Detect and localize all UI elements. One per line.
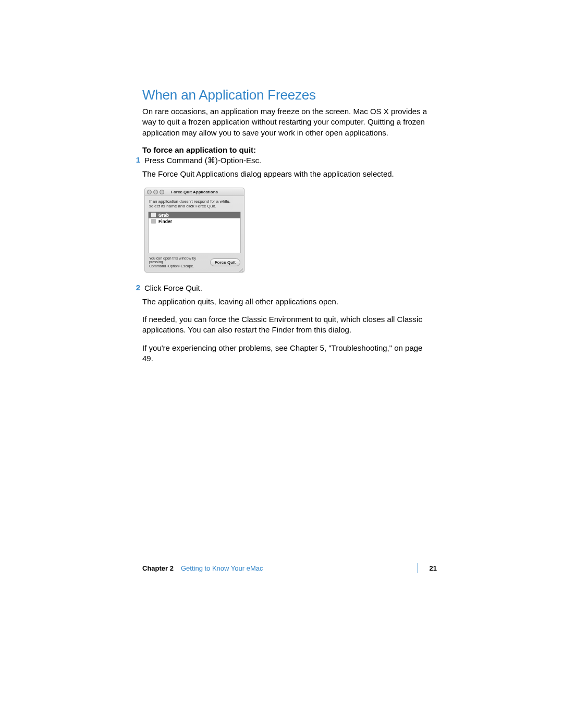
app-name: Finder [158,219,172,224]
dialog-instruction: If an application doesn't respond for a … [145,196,244,211]
app-name: Grab [158,213,169,218]
list-item[interactable]: Finder [149,218,240,225]
paragraph: If you're experiencing other problems, s… [142,343,434,364]
page: When an Application Freezes On rare occa… [0,0,563,728]
step-text: Click Force Quit. [144,283,202,293]
dialog-footer: You can open this window by pressing Com… [145,253,244,272]
page-footer: Chapter 2 Getting to Know Your eMac 21 [142,564,437,572]
application-list[interactable]: Grab Finder [148,212,241,253]
list-item[interactable]: Grab [149,212,240,218]
section-heading: When an Application Freezes [142,87,434,103]
force-quit-window: Force Quit Applications If an applicatio… [144,188,244,272]
chapter-title: Getting to Know Your eMac [181,564,263,572]
chapter-label: Chapter 2 [142,564,174,572]
paragraph: The application quits, leaving all other… [142,297,434,307]
sub-heading: To force an application to quit: [142,145,434,154]
step-1: 1 Press Command (⌘)-Option-Esc. [142,155,434,166]
intro-paragraph: On rare occasions, an application may fr… [142,106,434,138]
paragraph: If needed, you can force the Classic Env… [142,314,434,336]
footer-divider [418,563,418,573]
step-number: 2 [131,283,144,293]
app-icon [151,213,156,217]
force-quit-button[interactable]: Force Quit [210,258,240,266]
dialog-hint: You can open this window by pressing Com… [149,256,207,268]
footer-left: Chapter 2 Getting to Know Your eMac [142,564,263,572]
app-icon [151,219,156,224]
main-content: When an Application Freezes On rare occa… [142,87,434,371]
step-number: 1 [131,155,144,166]
force-quit-dialog-figure: Force Quit Applications If an applicatio… [144,188,243,272]
resize-grip-icon[interactable] [238,267,243,272]
window-title: Force Quit Applications [145,190,244,194]
step-2: 2 Click Force Quit. [142,283,434,293]
page-number: 21 [430,564,437,572]
step-1-description: The Force Quit Applications dialog appea… [142,169,434,179]
step-text: Press Command (⌘)-Option-Esc. [144,155,261,166]
titlebar: Force Quit Applications [145,188,244,196]
